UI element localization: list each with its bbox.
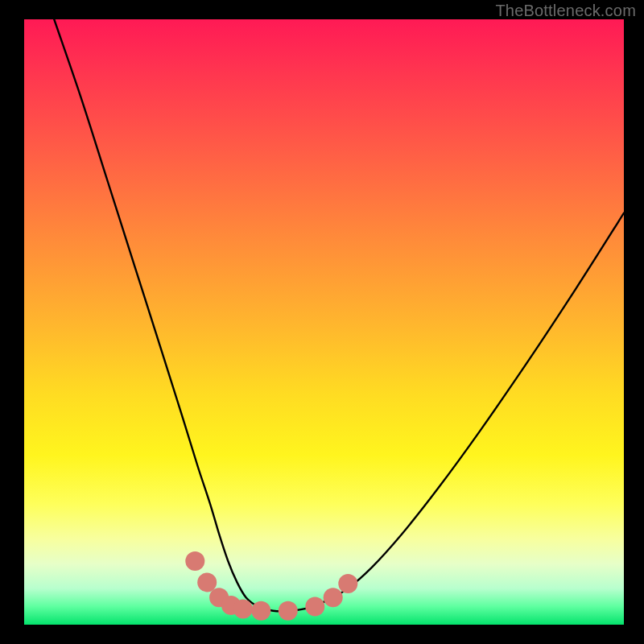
trough-marker (324, 588, 343, 607)
chart-plot-area (24, 19, 624, 625)
trough-marker (279, 601, 298, 621)
bottleneck-curve (54, 19, 624, 611)
trough-marker (197, 572, 217, 592)
watermark-text: TheBottleneck.com (495, 2, 636, 20)
trough-marker (185, 551, 204, 571)
trough-marker (233, 599, 253, 618)
chart-svg (24, 19, 624, 625)
chart-frame: TheBottleneck.com (0, 0, 644, 644)
trough-marker (305, 597, 324, 616)
trough-marker (251, 601, 270, 621)
trough-marker (338, 574, 357, 593)
